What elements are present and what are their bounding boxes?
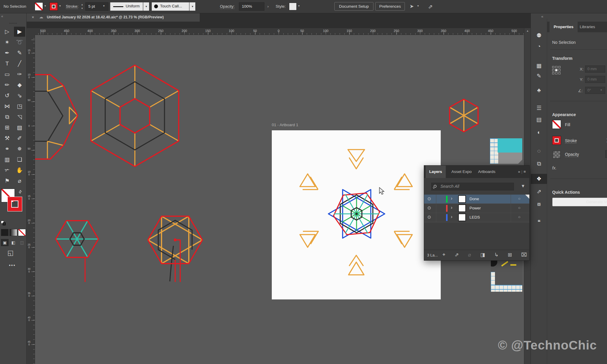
stroke-panel-icon[interactable]: ◌ bbox=[531, 146, 547, 156]
mesh-tool[interactable]: ⊞ bbox=[1, 123, 13, 133]
edit-toolbar-icon[interactable]: ••• bbox=[9, 263, 16, 268]
curvature-tool[interactable]: ✎ bbox=[14, 48, 25, 58]
target-circle-icon[interactable]: ○ bbox=[518, 215, 520, 219]
symbols-icon[interactable]: ♣ bbox=[531, 85, 547, 95]
tab-artboards[interactable]: Artboards bbox=[475, 166, 499, 178]
artboard-triangles[interactable] bbox=[300, 150, 412, 275]
gradient-icon[interactable]: ▤ bbox=[531, 115, 547, 125]
screen-mode-icon[interactable]: ◱ bbox=[7, 249, 14, 257]
collect-for-export-icon[interactable]: ⌖ bbox=[443, 252, 445, 258]
color-mode-button[interactable] bbox=[1, 229, 9, 236]
column-graph-tool[interactable]: ▥ bbox=[1, 155, 13, 165]
artboard-label[interactable]: 01 - Artboard 1 bbox=[272, 123, 298, 127]
expand-layer-icon[interactable]: › bbox=[451, 214, 452, 219]
pasteboard-shape-teal-hexagon[interactable] bbox=[56, 221, 98, 282]
stroke-weight-stepper[interactable]: ▴▾ bbox=[80, 3, 84, 10]
width-profile-select[interactable]: Uniform bbox=[110, 2, 143, 11]
layer-name[interactable]: Done bbox=[469, 197, 479, 201]
layer-thumbnail[interactable] bbox=[458, 204, 466, 212]
slice-tool[interactable]: ✃ bbox=[1, 165, 13, 175]
expand-layer-icon[interactable]: › bbox=[451, 205, 452, 210]
lasso-tool[interactable]: ➰ bbox=[14, 37, 25, 47]
blend-tool[interactable]: ⚭ bbox=[1, 144, 13, 154]
free-transform-tool[interactable]: ◳ bbox=[14, 101, 25, 111]
transparency-icon[interactable]: ◐ bbox=[531, 127, 547, 137]
stroke-weight-field[interactable]: 5 pt bbox=[85, 2, 108, 11]
stroke-color-proxy[interactable] bbox=[8, 197, 22, 211]
fill-swatch[interactable] bbox=[35, 2, 43, 11]
appearance-opacity-swatch[interactable] bbox=[553, 151, 560, 158]
tab-libraries[interactable]: Libraries bbox=[576, 22, 599, 32]
zoom-tool[interactable]: ⌀ bbox=[14, 176, 25, 186]
magic-wand-tool[interactable]: ✶ bbox=[1, 37, 13, 47]
draw-behind-icon[interactable]: ◧ bbox=[9, 239, 17, 246]
select-similar-icon[interactable]: ➤ bbox=[410, 3, 414, 9]
stroke-link-label[interactable]: Stroke: bbox=[66, 4, 79, 9]
filter-icon[interactable]: ▼ bbox=[521, 183, 525, 188]
visibility-icon[interactable]: ⊙ bbox=[427, 214, 431, 220]
layer-name[interactable]: LEDS bbox=[469, 215, 480, 219]
symbol-sprayer-tool[interactable]: ✵ bbox=[14, 144, 25, 154]
rectangle-tool[interactable]: ▭ bbox=[1, 69, 13, 79]
pen-tool[interactable]: ✒ bbox=[1, 48, 13, 58]
stroke-weight-stepper[interactable]: ▴▾ bbox=[605, 137, 607, 144]
brush-dropdown-icon[interactable]: ▾ bbox=[189, 2, 195, 11]
horizontal-ruler[interactable]: 5004504003503002502001501005005010015020… bbox=[27, 28, 524, 35]
appearance-stroke-label[interactable]: Stroke bbox=[565, 138, 577, 143]
layer-name[interactable]: Power bbox=[469, 206, 481, 210]
swap-fill-stroke-icon[interactable]: ⇄ bbox=[17, 189, 23, 195]
appearance-icon[interactable]: ☰ bbox=[531, 103, 547, 113]
fill-dropdown-icon[interactable]: ▾ bbox=[44, 4, 46, 7]
target-circle-icon[interactable]: ○ bbox=[518, 206, 520, 210]
vertical-ruler[interactable]: 15010050050100150200250300350400450500 bbox=[27, 35, 35, 364]
print-tiling-tool[interactable]: ⚑ bbox=[1, 176, 13, 186]
tab-asset-export[interactable]: Asset Expo bbox=[448, 166, 475, 178]
layer-row-done[interactable]: ⊙ › Done ○ bbox=[424, 195, 529, 204]
perspective-grid-tool[interactable]: ◹ bbox=[14, 112, 25, 122]
reference-point-selector[interactable] bbox=[552, 66, 560, 74]
tab-layers[interactable]: Layers bbox=[426, 166, 446, 178]
expand-layer-icon[interactable]: › bbox=[451, 196, 452, 201]
collapse-dock-icon[interactable]: « bbox=[541, 14, 543, 19]
hand-tool[interactable]: ✋ bbox=[14, 165, 25, 175]
delete-icon[interactable]: ⌧ bbox=[521, 252, 527, 258]
type-tool[interactable]: T bbox=[1, 59, 13, 69]
brushes-icon[interactable]: ✎ bbox=[531, 71, 547, 81]
gradient-mode-button[interactable] bbox=[9, 229, 17, 236]
opacity-field[interactable]: 100% bbox=[239, 2, 264, 11]
color-icon[interactable]: ⚉ bbox=[531, 31, 547, 41]
pasteboard-shape-star-hexagon[interactable] bbox=[148, 216, 202, 282]
gradient-tool[interactable]: ▧ bbox=[14, 123, 25, 133]
visibility-icon[interactable]: ⊙ bbox=[427, 196, 431, 201]
share-icon[interactable]: ⇗ bbox=[428, 3, 433, 10]
eraser-tool[interactable]: ◆ bbox=[14, 80, 25, 90]
scale-tool[interactable]: ⇘ bbox=[14, 91, 25, 101]
layer-row-leds[interactable]: ⊙ › LEDS ○ bbox=[424, 213, 529, 222]
generate-vectors-button[interactable]: Generate Ve bbox=[552, 198, 607, 206]
new-layer-icon[interactable]: ⊞ bbox=[508, 252, 512, 258]
scroll-up-icon[interactable]: ▲ bbox=[524, 29, 531, 32]
swatches-icon[interactable]: ▦ bbox=[531, 61, 547, 71]
width-tool[interactable]: ⋈ bbox=[1, 101, 13, 111]
search-input[interactable]: Search All bbox=[431, 182, 515, 191]
draw-inside-icon[interactable]: ◫ bbox=[18, 239, 26, 246]
artboards-icon[interactable]: ⧉ bbox=[531, 159, 547, 169]
tab-properties[interactable]: Properties bbox=[550, 22, 578, 32]
target-circle-icon[interactable]: ○ bbox=[518, 196, 520, 201]
panel-menu-icon[interactable]: ≡ bbox=[523, 169, 527, 174]
ruler-origin-corner[interactable] bbox=[27, 28, 35, 35]
y-field[interactable]: 0 mm bbox=[585, 76, 605, 83]
layer-row-power[interactable]: ⊙ › Power ○ bbox=[424, 204, 529, 213]
pasteboard-shape-small-hexagon[interactable] bbox=[450, 99, 478, 132]
style-dropdown-icon[interactable]: ▾ bbox=[298, 4, 300, 7]
placed-photo-2[interactable] bbox=[491, 261, 522, 292]
rotate-tool[interactable]: ↺ bbox=[1, 91, 13, 101]
appearance-fill-swatch[interactable] bbox=[552, 120, 561, 129]
line-segment-tool[interactable]: ╱ bbox=[14, 59, 25, 69]
layer-thumbnail[interactable] bbox=[458, 195, 466, 203]
artboard[interactable] bbox=[272, 130, 441, 299]
angle-field[interactable]: 0° bbox=[585, 87, 605, 94]
shear-tool[interactable]: ⚒ bbox=[1, 133, 13, 143]
fx-button[interactable]: fx. bbox=[552, 166, 557, 170]
clipping-mask-icon[interactable]: ◨ bbox=[480, 252, 485, 258]
